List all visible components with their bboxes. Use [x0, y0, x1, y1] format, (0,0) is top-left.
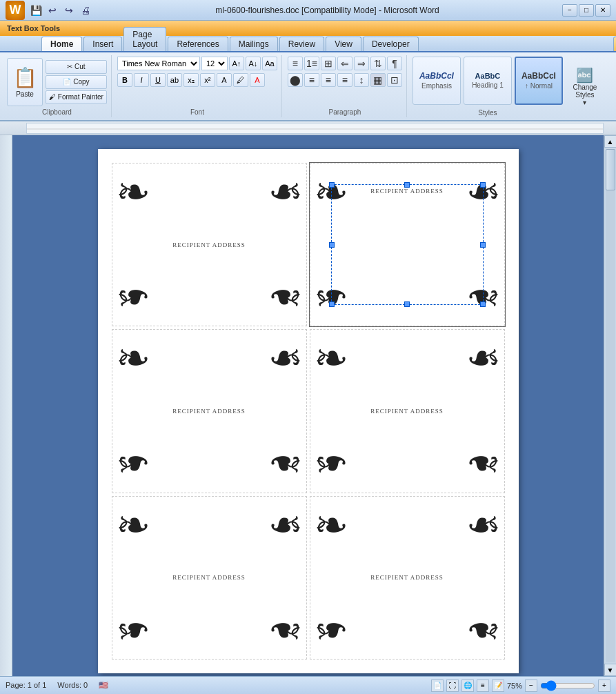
heading1-label: Heading 1	[472, 81, 504, 89]
subscript-button[interactable]: x₂	[183, 73, 199, 87]
zoom-level: 75%	[507, 682, 522, 690]
font-color-button[interactable]: A	[250, 73, 265, 87]
scroll-up-button[interactable]: ▲	[604, 135, 617, 148]
svg-text:❧: ❧	[314, 336, 348, 382]
label-cell-2[interactable]: ❧ ❧ ❧ ❧	[310, 163, 505, 326]
label-cell-6[interactable]: ❧ ❧ ❧ ❧ RECIPIENT ADDRESS	[310, 496, 505, 660]
scroll-track	[606, 149, 615, 662]
tab-references[interactable]: References	[168, 37, 228, 51]
strikethrough-button[interactable]: ab	[167, 73, 182, 87]
clipboard-label: Clipboard	[42, 107, 72, 116]
undo-button[interactable]: ↩	[46, 3, 59, 17]
font-family-selector[interactable]: Times New Roman	[117, 57, 200, 70]
save-button[interactable]: 💾	[29, 3, 43, 17]
label-cell-3[interactable]: ❧ ❧ ❧ ❧ RECIPIENT ADDRESS	[112, 329, 307, 493]
increase-indent-button[interactable]: ⇒	[354, 57, 369, 70]
handle-bottom-right[interactable]	[480, 301, 486, 307]
text-effects-button[interactable]: A	[217, 73, 232, 87]
format-painter-button[interactable]: 🖌 Format Painter	[46, 90, 107, 104]
label-cell-4[interactable]: ❧ ❧ ❧ ❧ RECIPIENT ADDRESS	[310, 329, 505, 493]
view-print-layout[interactable]: 📄	[431, 680, 444, 692]
svg-text:❧: ❧	[466, 502, 500, 548]
label-cell-5[interactable]: ❧ ❧ ❧ ❧ RECIPIENT ADDRESS	[112, 496, 307, 660]
copy-button[interactable]: 📄 Copy	[46, 75, 107, 89]
svg-text:❧: ❧	[268, 169, 302, 215]
multilevel-list-button[interactable]: ⊞	[321, 57, 336, 70]
style-normal-button[interactable]: AaBbCcI ↑ Normal	[515, 57, 563, 105]
editing-button[interactable]: ✏️ Editing ▾	[607, 62, 616, 110]
tab-view[interactable]: View	[326, 37, 361, 51]
clear-format-button[interactable]: Aa	[262, 57, 277, 70]
scroll-thumb[interactable]	[606, 149, 615, 190]
align-center-button[interactable]: ≡	[304, 73, 319, 87]
align-left-button[interactable]: ⬤	[288, 73, 303, 87]
change-styles-button[interactable]: 🔤 ChangeStyles ▾	[566, 62, 604, 110]
maximize-button[interactable]: □	[579, 4, 594, 17]
style-emphasis-button[interactable]: AaBbCcI Emphasis	[413, 57, 461, 105]
line-spacing-button[interactable]: ↕	[354, 73, 369, 87]
text-box-selection: RECIPIENT ADDRESS	[331, 184, 484, 305]
svg-text:❧: ❧	[116, 502, 150, 548]
svg-text:❧: ❧	[116, 274, 150, 320]
text-highlight-button[interactable]: 🖊	[233, 73, 248, 87]
tab-mailings[interactable]: Mailings	[230, 37, 278, 51]
tab-home[interactable]: Home	[41, 37, 82, 51]
tab-developer[interactable]: Developer	[363, 37, 419, 51]
style-heading1-button[interactable]: AaBbC Heading 1	[464, 57, 512, 105]
superscript-button[interactable]: x²	[200, 73, 215, 87]
justify-button[interactable]: ≡	[337, 73, 352, 87]
align-right-button[interactable]: ≡	[321, 73, 336, 87]
change-styles-icon: 🔤	[576, 67, 593, 83]
zoom-slider[interactable]	[540, 682, 595, 689]
view-outline[interactable]: ≡	[477, 680, 489, 692]
font-size-selector[interactable]: 12	[201, 57, 228, 70]
zoom-out-button[interactable]: −	[525, 680, 537, 692]
cut-button[interactable]: ✂ Cut	[46, 60, 107, 74]
tab-insert[interactable]: Insert	[83, 37, 122, 51]
page-count: Page: 1 of 1	[6, 681, 46, 690]
paste-button[interactable]: 📋 Paste	[7, 58, 43, 106]
tab-pagelayout[interactable]: Page Layout	[123, 27, 166, 51]
handle-top-left[interactable]	[329, 182, 335, 188]
view-web[interactable]: 🌐	[461, 680, 474, 692]
minimize-button[interactable]: −	[562, 4, 577, 17]
font-row-1: Times New Roman 12 A↑ A↓ Aa	[117, 57, 277, 70]
context-tab-band: Text Box Tools	[0, 21, 616, 36]
sort-button[interactable]: ⇅	[370, 57, 386, 70]
bold-button[interactable]: B	[117, 73, 132, 87]
numbering-button[interactable]: 1≡	[304, 57, 319, 70]
scroll-down-button[interactable]: ▼	[604, 664, 617, 676]
borders-button[interactable]: ⊡	[387, 73, 402, 87]
change-styles-chevron: ▾	[583, 99, 586, 106]
shrink-font-button[interactable]: A↓	[246, 57, 261, 70]
svg-text:❧: ❧	[466, 274, 500, 320]
print-preview-button[interactable]: 🖨	[79, 3, 92, 17]
handle-bottom-center[interactable]	[404, 301, 410, 307]
word-count: Words: 0	[57, 681, 88, 690]
view-draft[interactable]: 📝	[492, 680, 504, 692]
handle-middle-left[interactable]	[329, 242, 335, 248]
tab-review[interactable]: Review	[279, 37, 324, 51]
show-hide-button[interactable]: ¶	[387, 57, 402, 70]
label-cell-1[interactable]: ❧ ❧ ❧ ❧ RECIPIENT ADDRESS	[112, 163, 307, 326]
italic-button[interactable]: I	[134, 73, 149, 87]
tab-format[interactable]: Format	[613, 37, 616, 51]
underline-button[interactable]: U	[150, 73, 166, 87]
recipient-address-6: RECIPIENT ADDRESS	[370, 574, 444, 581]
shading-button[interactable]: ▦	[370, 73, 386, 87]
redo-button[interactable]: ↪	[62, 3, 76, 17]
bullets-button[interactable]: ≡	[288, 57, 303, 70]
view-fullscreen[interactable]: ⛶	[446, 680, 459, 692]
handle-top-right[interactable]	[480, 182, 486, 188]
title-bar: W 💾 ↩ ↪ 🖨 ml-0600-flourishes.doc [Compat…	[0, 0, 616, 21]
decrease-indent-button[interactable]: ⇐	[337, 57, 352, 70]
handle-middle-right[interactable]	[480, 242, 486, 248]
close-button[interactable]: ✕	[595, 4, 610, 17]
grow-font-button[interactable]: A↑	[229, 57, 244, 70]
handle-top-center[interactable]	[404, 182, 410, 188]
zoom-in-button[interactable]: +	[598, 680, 610, 692]
handle-bottom-left[interactable]	[329, 301, 335, 307]
font-label: Font	[190, 107, 204, 116]
office-logo[interactable]: W	[6, 1, 25, 20]
vertical-scrollbar[interactable]: ▲ ▼	[604, 135, 616, 676]
